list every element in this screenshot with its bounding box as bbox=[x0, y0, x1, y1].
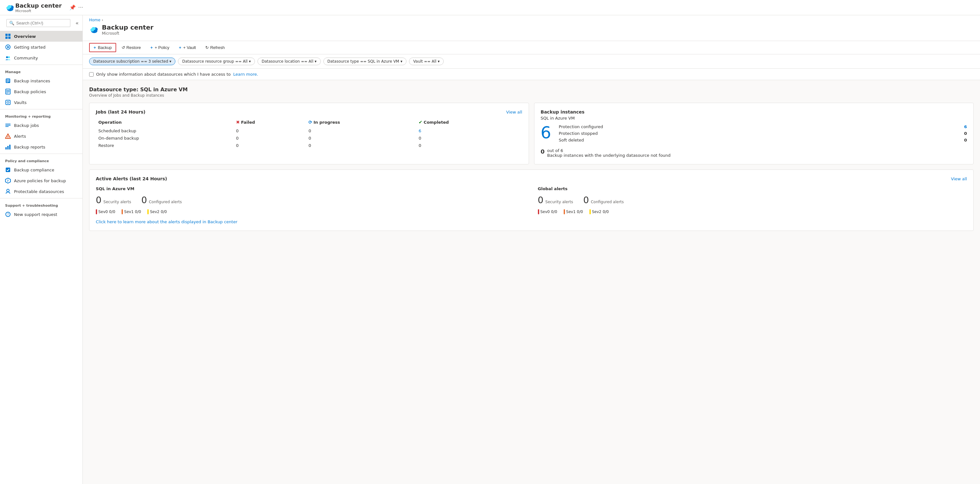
protection-stopped-label: Protection stopped bbox=[559, 131, 598, 136]
sql-sev1-val: 0/0 bbox=[135, 209, 141, 214]
filter-chip-datasource-type[interactable]: Datasource type == SQL in Azure VM ▾ bbox=[323, 57, 407, 65]
jobs-table: Operation ✖ Failed ⟳ bbox=[96, 118, 522, 149]
sql-sev2-val: 0/0 bbox=[161, 209, 167, 214]
job-failed-scheduled: 0 bbox=[233, 127, 306, 135]
job-inprog-restore: 0 bbox=[306, 142, 416, 149]
sidebar-item-backup-reports[interactable]: Backup reports bbox=[0, 141, 83, 152]
backup-button[interactable]: + Backup bbox=[89, 43, 116, 52]
filter-chip-location[interactable]: Datasource location == All ▾ bbox=[258, 57, 321, 65]
filter-chip-subscription-label: Datasource subscription == 3 selected bbox=[93, 59, 168, 63]
svg-text:P: P bbox=[7, 179, 9, 182]
content-header: Home › Backup center Microsoft bbox=[83, 15, 980, 41]
datasource-title: Datasource type: SQL in Azure VM bbox=[89, 87, 974, 92]
sidebar-item-vaults[interactable]: Vaults bbox=[0, 97, 83, 108]
vault-button[interactable]: + + Vault bbox=[175, 43, 200, 52]
filter-chip-vault-label: Vault == All bbox=[413, 59, 436, 63]
content-area: Home › Backup center Microsoft + bbox=[83, 15, 980, 484]
sidebar-item-backup-compliance[interactable]: Backup compliance bbox=[0, 164, 83, 175]
svg-rect-14 bbox=[6, 81, 10, 81]
svg-rect-6 bbox=[5, 36, 8, 39]
job-op-ondemand: On-demand backup bbox=[96, 135, 233, 142]
collapse-sidebar-button[interactable]: « bbox=[74, 19, 80, 27]
home-link[interactable]: Home bbox=[89, 18, 100, 22]
global-sev0-label: Sev0 bbox=[541, 209, 550, 214]
svg-rect-24 bbox=[5, 126, 9, 127]
datasource-access-checkbox[interactable] bbox=[89, 72, 94, 77]
filter-chip-vault[interactable]: Vault == All ▾ bbox=[409, 57, 444, 65]
svg-rect-7 bbox=[8, 36, 11, 39]
toolbar: + Backup ↺ Restore + + Policy + + Vault … bbox=[83, 41, 980, 54]
alerts-learn-link[interactable]: Click here to learn more about the alert… bbox=[96, 219, 967, 224]
svg-rect-26 bbox=[8, 136, 8, 137]
global-sev-row: Sev0 0/0 Sev1 0/0 Sev2 0/0 bbox=[538, 209, 967, 214]
alerts-card-title: Active Alerts (last 24 Hours) bbox=[96, 176, 167, 181]
vault-plus-icon: + bbox=[179, 45, 181, 50]
svg-rect-27 bbox=[8, 137, 8, 138]
job-inprog-scheduled: 0 bbox=[306, 127, 416, 135]
global-sev2-val: 0/0 bbox=[603, 209, 609, 214]
job-completed-ondemand: 0 bbox=[416, 135, 522, 142]
alerts-view-all-link[interactable]: View all bbox=[951, 176, 967, 181]
svg-rect-17 bbox=[6, 90, 10, 91]
sidebar-item-overview[interactable]: Overview bbox=[0, 31, 83, 42]
policy-button[interactable]: + + Policy bbox=[146, 43, 173, 52]
sev1-bar bbox=[122, 209, 123, 214]
sidebar-item-backup-jobs-label: Backup jobs bbox=[14, 123, 39, 128]
learn-more-link[interactable]: Learn more. bbox=[233, 72, 258, 77]
pin-icon[interactable]: 📌 bbox=[69, 5, 76, 11]
sidebar-item-backup-policies[interactable]: Backup policies bbox=[0, 86, 83, 97]
app-logo bbox=[5, 3, 15, 13]
page-logo bbox=[89, 24, 99, 35]
alerts-icon bbox=[5, 133, 11, 139]
job-inprog-ondemand: 0 bbox=[306, 135, 416, 142]
sql-sev2: Sev2 0/0 bbox=[147, 209, 167, 214]
global-configured-alerts: 0 Configured alerts bbox=[583, 195, 624, 205]
backup-instances-icon bbox=[5, 78, 11, 84]
global-sev2: Sev2 0/0 bbox=[589, 209, 609, 214]
global-sev2-label: Sev2 bbox=[592, 209, 601, 214]
completed-link[interactable]: 6 bbox=[418, 129, 421, 133]
bi-datasource-label: SQL in Azure VM bbox=[541, 116, 967, 121]
filter-chip-resource-group[interactable]: Datasource resource group == All ▾ bbox=[178, 57, 255, 65]
jobs-card: Jobs (last 24 Hours) View all Operation … bbox=[89, 103, 529, 164]
sidebar-item-new-support[interactable]: ? New support request bbox=[0, 209, 83, 220]
sidebar-item-azure-policies-label: Azure policies for backup bbox=[14, 178, 66, 183]
bi-details: Protection configured 6 Protection stopp… bbox=[559, 124, 967, 144]
refresh-button[interactable]: ↻ Refresh bbox=[201, 43, 229, 52]
svg-rect-4 bbox=[5, 34, 8, 36]
sidebar-item-protectable-datasources[interactable]: Protectable datasources bbox=[0, 186, 83, 197]
search-box[interactable]: 🔍 bbox=[6, 19, 70, 27]
svg-rect-5 bbox=[8, 34, 11, 36]
sidebar-item-community[interactable]: Community bbox=[0, 52, 83, 63]
jobs-row-restore: Restore 0 0 0 bbox=[96, 142, 522, 149]
svg-point-34 bbox=[7, 189, 9, 192]
job-completed-scheduled[interactable]: 6 bbox=[416, 127, 522, 135]
sev2-bar bbox=[147, 209, 149, 214]
sidebar-item-backup-jobs[interactable]: Backup jobs bbox=[0, 120, 83, 131]
global-sev0-bar bbox=[538, 209, 539, 214]
azure-policies-icon: P bbox=[5, 178, 11, 184]
svg-marker-9 bbox=[7, 46, 10, 48]
page-title: Backup center bbox=[102, 24, 153, 31]
sidebar-item-azure-policies[interactable]: P Azure policies for backup bbox=[0, 175, 83, 186]
restore-button[interactable]: ↺ Restore bbox=[118, 43, 145, 52]
global-sev0-val: 0/0 bbox=[551, 209, 557, 214]
sidebar-item-backup-instances[interactable]: Backup instances bbox=[0, 75, 83, 86]
sql-configured-alerts-count: 0 bbox=[141, 195, 147, 205]
bi-footer: 0 out of 6 Backup instances with the und… bbox=[541, 148, 967, 158]
jobs-row-ondemand: On-demand backup 0 0 0 bbox=[96, 135, 522, 142]
global-sev0: Sev0 0/0 bbox=[538, 209, 557, 214]
global-security-label: Security alerts bbox=[545, 200, 573, 204]
sidebar-item-getting-started[interactable]: Getting started bbox=[0, 42, 83, 52]
sidebar-item-alerts[interactable]: Alerts bbox=[0, 131, 83, 141]
protection-configured-val[interactable]: 6 bbox=[964, 124, 967, 129]
sql-sev1: Sev1 0/0 bbox=[122, 209, 141, 214]
sql-sev0-label: Sev0 bbox=[99, 209, 108, 214]
alerts-global-col: Global alerts 0 Security alerts 0 Config… bbox=[538, 186, 967, 214]
backup-jobs-icon bbox=[5, 122, 11, 128]
sql-security-alerts-label: Security alerts bbox=[103, 200, 131, 204]
filter-chip-subscription[interactable]: Datasource subscription == 3 selected ▾ bbox=[89, 57, 175, 65]
more-options-icon[interactable]: ··· bbox=[78, 5, 83, 11]
jobs-view-all-link[interactable]: View all bbox=[506, 110, 522, 114]
search-input[interactable] bbox=[16, 21, 67, 25]
